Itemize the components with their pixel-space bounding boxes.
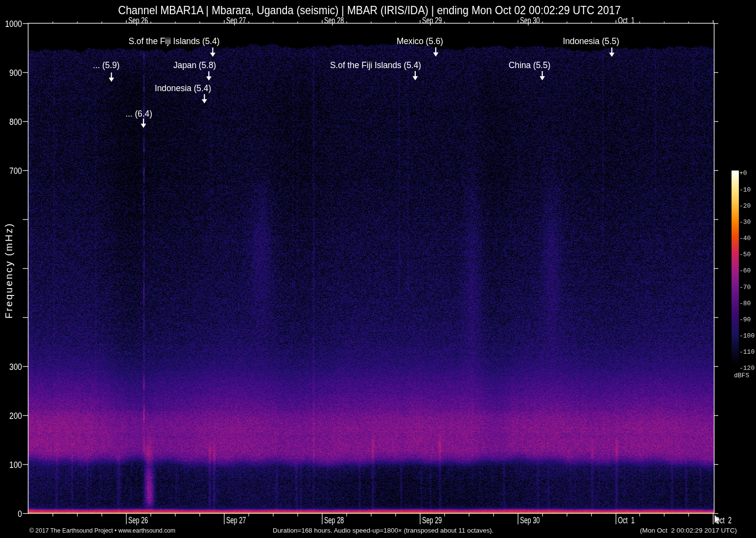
svg-text:Indonesia (5.5): Indonesia (5.5) [563,36,619,46]
svg-text:300: 300 [9,362,22,372]
svg-text:Channel MBAR1A | Mbarara, Ugan: Channel MBAR1A | Mbarara, Uganda (seismi… [118,4,620,17]
svg-text:Sep 30: Sep 30 [520,515,540,525]
svg-text:-60: -60 [739,267,751,274]
svg-text:800: 800 [9,117,22,127]
svg-text:-20: -20 [739,202,751,210]
svg-text:(Mon Oct 2 00:02:29 2017 UTC): (Mon Oct 2 00:02:29 2017 UTC) [640,527,737,534]
svg-text:Japan (5.8): Japan (5.8) [173,60,216,70]
svg-text:Oct 1: Oct 1 [618,515,635,525]
svg-text:Sep 29: Sep 29 [422,16,442,25]
svg-text:-120: -120 [739,365,755,372]
svg-text:Frequency (mHz): Frequency (mHz) [3,222,14,318]
svg-text:China (5.5): China (5.5) [509,60,550,70]
svg-text:S.of the Fiji Islands (5.4): S.of the Fiji Islands (5.4) [129,36,220,46]
svg-text:Sep 29: Sep 29 [422,515,442,525]
svg-text:-30: -30 [739,219,751,226]
svg-text:Sep 26: Sep 26 [128,515,148,525]
svg-text:Oct 1: Oct 1 [618,16,635,25]
svg-text:-110: -110 [739,348,755,356]
svg-text:Sep 26: Sep 26 [128,16,148,25]
svg-text:700: 700 [9,166,22,176]
svg-text:1000: 1000 [5,19,22,29]
svg-text:900: 900 [9,68,22,78]
svg-text:Mexico (5.6): Mexico (5.6) [397,36,443,46]
svg-text:-50: -50 [739,251,751,258]
svg-text:-90: -90 [739,316,751,323]
svg-text:dBFS: dBFS [734,372,749,379]
svg-text:100: 100 [9,460,22,470]
svg-text:-40: -40 [739,235,751,242]
svg-text:Sep 28: Sep 28 [324,16,344,25]
svg-text:S.of the Fiji Islands (5.4): S.of the Fiji Islands (5.4) [330,60,421,70]
svg-text:200: 200 [9,411,22,421]
svg-text:Sep 27: Sep 27 [226,16,246,25]
svg-text:Sep 30: Sep 30 [520,16,540,25]
svg-text:-100: -100 [739,332,755,340]
svg-text:... (5.9): ... (5.9) [93,60,120,70]
svg-text:-70: -70 [739,284,751,291]
svg-text:Duration=168 hours. Audio spee: Duration=168 hours. Audio speed-up=1800×… [273,527,494,534]
svg-text:Sep 27: Sep 27 [226,515,246,525]
svg-text:0: 0 [18,509,22,519]
svg-text:+0: +0 [739,170,747,177]
svg-text:... (6.4): ... (6.4) [125,109,152,119]
svg-text:© 2017 The Earthsound Project: © 2017 The Earthsound Project • www.eart… [29,527,175,534]
svg-text:Sep 28: Sep 28 [324,515,344,525]
svg-text:Indonesia (5.4): Indonesia (5.4) [155,83,211,93]
svg-text:-80: -80 [739,300,751,307]
svg-text:-10: -10 [739,186,751,194]
